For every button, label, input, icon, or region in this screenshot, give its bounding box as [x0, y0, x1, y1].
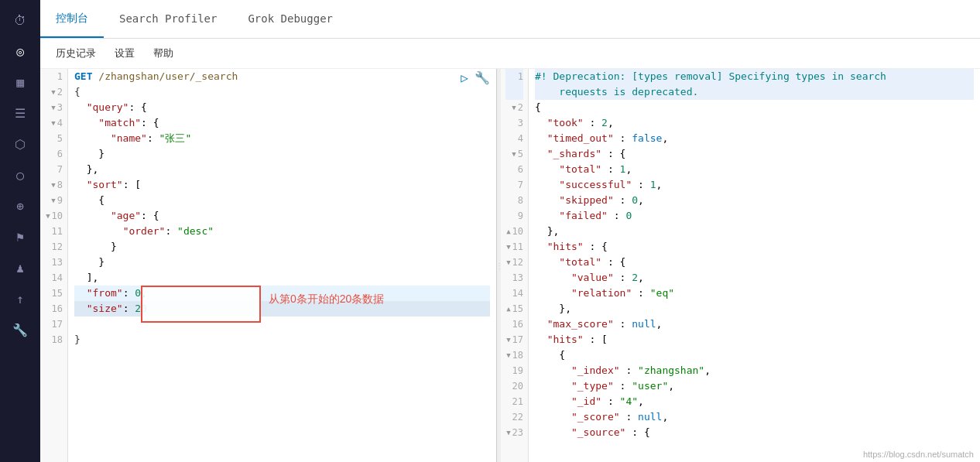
line-num-6: 6 [45, 146, 63, 162]
right-code-lines: #! Deprecation: [types removal] Specifyi… [529, 69, 980, 462]
secondary-toolbar: 历史记录 设置 帮助 [40, 39, 980, 69]
list-icon[interactable]: ☰ [6, 99, 34, 127]
line-num-4: ▼4 [45, 115, 63, 131]
person2-icon[interactable]: ♟ [6, 254, 34, 282]
left-editor: ▷ 🔧 1 ▼2 ▼3 ▼4 5 6 7 ▼8 ▼9 ▼10 11 12 1 [40, 69, 497, 462]
right-line-num-21: 21 [505, 394, 523, 409]
right-code-line-1b: requests is deprecated. [535, 84, 974, 100]
settings-button[interactable]: 设置 [111, 45, 138, 62]
right-line-numbers: 1 ▼2 3 4 ▼5 6 7 8 9 ▲10 ▼11 ▼12 13 14 ▲1… [501, 69, 529, 462]
right-code-line-14: "relation" : "eq" [535, 286, 974, 301]
compass-icon[interactable]: ◎ [6, 37, 34, 65]
right-line-num-1: 1 [505, 69, 523, 84]
line-num-1: 1 [45, 69, 63, 84]
tab-console[interactable]: 控制台 [40, 1, 104, 38]
watermark: https://blog.csdn.net/sumatch [863, 450, 974, 459]
alert-icon[interactable]: ⚑ [6, 223, 34, 251]
left-line-numbers: 1 ▼2 ▼3 ▼4 5 6 7 ▼8 ▼9 ▼10 11 12 13 14 1… [40, 69, 68, 462]
right-line-num-2: ▼2 [505, 100, 523, 115]
right-line-num-23: ▼23 [505, 425, 523, 440]
line-num-11: 11 [45, 224, 63, 239]
right-code-line-2: { [535, 100, 974, 115]
line-num-14: 14 [45, 270, 63, 286]
right-line-num-1b [505, 84, 523, 100]
left-code-lines[interactable]: GET /zhangshan/user/_search { "query": {… [68, 69, 496, 462]
right-code-line-22: "_score" : null, [535, 409, 974, 425]
right-code-line-10: }, [535, 224, 974, 239]
tools-icon[interactable]: 🔧 [6, 316, 34, 344]
line-num-5: 5 [45, 131, 63, 146]
editors-container: ▷ 🔧 1 ▼2 ▼3 ▼4 5 6 7 ▼8 ▼9 ▼10 11 12 1 [40, 69, 980, 462]
right-line-num-19: 19 [505, 363, 523, 378]
main-container: 控制台 Search Profiler Grok Debugger 历史记录 设… [40, 0, 980, 462]
code-line-16: "size": 20 [74, 301, 490, 317]
storage-icon[interactable]: ⬡ [6, 130, 34, 158]
code-line-8: "sort": [ [74, 177, 490, 193]
right-code-line-20: "_type" : "user", [535, 378, 974, 394]
tab-search-profiler[interactable]: Search Profiler [104, 2, 232, 37]
right-code-line-7: "successful" : 1, [535, 177, 974, 193]
line-num-9: ▼9 [45, 193, 63, 208]
right-line-num-5: ▼5 [505, 146, 523, 162]
right-line-num-4: 4 [505, 131, 523, 146]
right-line-num-6: 6 [505, 162, 523, 177]
line-num-13: 13 [45, 255, 63, 270]
right-line-num-10: ▲10 [505, 224, 523, 239]
tab-grok-debugger[interactable]: Grok Debugger [232, 2, 348, 37]
code-line-3: "query": { [74, 100, 490, 115]
top-nav: 控制台 Search Profiler Grok Debugger [40, 0, 980, 39]
help-button[interactable]: 帮助 [150, 45, 176, 62]
right-code-line-9: "failed" : 0 [535, 208, 974, 224]
right-code-line-1: #! Deprecation: [types removal] Specifyi… [535, 69, 974, 84]
right-code-line-5: "_shards" : { [535, 146, 974, 162]
right-line-num-3: 3 [505, 115, 523, 131]
dashboard-icon[interactable]: ▦ [6, 68, 34, 96]
url-path: /zhangshan/user/_search [98, 69, 238, 84]
line-num-17: 17 [45, 317, 63, 332]
right-code-line-11: "hits" : { [535, 239, 974, 255]
right-editor: 1 ▼2 3 4 ▼5 6 7 8 9 ▲10 ▼11 ▼12 13 14 ▲1… [501, 69, 980, 462]
line-num-18: 18 [45, 332, 63, 347]
right-code-line-17: "hits" : [ [535, 332, 974, 347]
right-code-line-23: "_source" : { [535, 425, 974, 440]
team-icon[interactable]: ⊕ [6, 192, 34, 220]
right-line-num-7: 7 [505, 177, 523, 193]
code-line-14: ], [74, 270, 490, 286]
right-code-line-12: "total" : { [535, 255, 974, 270]
line-num-7: 7 [45, 162, 63, 177]
right-code-line-6: "total" : 1, [535, 162, 974, 177]
code-line-2: { [74, 84, 490, 100]
line-num-15: 15 [45, 286, 63, 301]
code-line-6: } [74, 146, 490, 162]
code-line-5: "name": "张三" [74, 131, 490, 146]
right-line-num-13: 13 [505, 270, 523, 286]
right-line-num-17: ▼17 [505, 332, 523, 347]
right-editor-content[interactable]: 1 ▼2 3 4 ▼5 6 7 8 9 ▲10 ▼11 ▼12 13 14 ▲1… [501, 69, 980, 462]
right-code-line-19: "_index" : "zhangshan", [535, 363, 974, 378]
code-line-17 [74, 317, 490, 332]
code-line-9: { [74, 193, 490, 208]
history-button[interactable]: 历史记录 [53, 45, 99, 62]
right-code-line-8: "skipped" : 0, [535, 193, 974, 208]
line-num-3: ▼3 [45, 100, 63, 115]
method-get: GET [74, 69, 98, 84]
code-line-1: GET /zhangshan/user/_search [74, 69, 490, 84]
person-icon[interactable]: ◯ [6, 161, 34, 189]
right-line-num-15: ▲15 [505, 301, 523, 317]
right-line-num-22: 22 [505, 409, 523, 425]
left-editor-content[interactable]: 1 ▼2 ▼3 ▼4 5 6 7 ▼8 ▼9 ▼10 11 12 13 14 1… [40, 69, 496, 462]
right-code-line-16: "max_score" : null, [535, 317, 974, 332]
right-code-line-3: "took" : 2, [535, 115, 974, 131]
upload-icon[interactable]: ↑ [6, 285, 34, 313]
right-line-num-11: ▼11 [505, 239, 523, 255]
right-line-num-8: 8 [505, 193, 523, 208]
sidebar: ⏱ ◎ ▦ ☰ ⬡ ◯ ⊕ ⚑ ♟ ↑ 🔧 [0, 0, 40, 462]
line-num-16: 16 [45, 301, 63, 317]
right-line-num-9: 9 [505, 208, 523, 224]
line-num-2: ▼2 [45, 84, 63, 100]
code-line-7: }, [74, 162, 490, 177]
right-line-num-18: ▼18 [505, 347, 523, 363]
right-line-num-16: 16 [505, 317, 523, 332]
clock-icon[interactable]: ⏱ [6, 6, 34, 34]
right-code-line-18: { [535, 347, 974, 363]
